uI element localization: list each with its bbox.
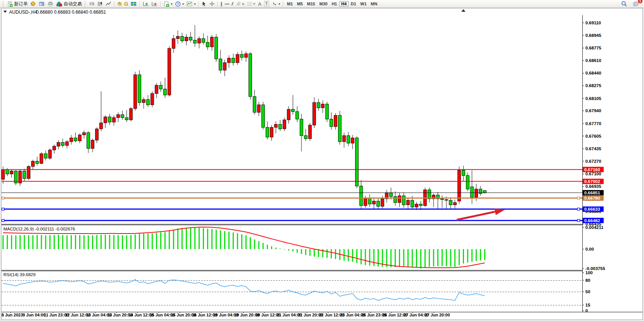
- timeframe-MN[interactable]: MN: [369, 1, 379, 6]
- line-chart-type-button[interactable]: [105, 0, 113, 8]
- arrows-tool[interactable]: ▾: [271, 0, 281, 8]
- toolbar-separator: [114, 1, 115, 7]
- rsi-tick-label: 80: [585, 278, 590, 283]
- arrows-icon: [272, 2, 277, 6]
- rsi-tick-label: 50: [585, 289, 590, 294]
- vertical-line-tool[interactable]: |: [220, 0, 223, 8]
- timeframe-M30[interactable]: M30: [317, 1, 329, 6]
- fibonacci-tool[interactable]: F: [246, 0, 257, 8]
- market-watch-button[interactable]: [29, 0, 37, 8]
- horizontal-line-icon: —: [225, 1, 229, 6]
- chevron-down-icon: ▾: [171, 2, 172, 6]
- price-badge-label: 0.66482: [584, 218, 600, 223]
- text-tool[interactable]: A: [257, 0, 263, 8]
- gold-icon: [30, 1, 36, 6]
- macd-tick-label: 0.004211: [585, 225, 604, 230]
- time-tick-label: 8 Jun 2023: [2, 313, 23, 317]
- hline-handle[interactable]: [2, 208, 4, 210]
- zoom-out-icon: -: [124, 2, 128, 6]
- periodicity-button[interactable]: ▾: [174, 0, 185, 8]
- cursor-icon: [202, 1, 207, 6]
- autotrading-icon: [56, 1, 62, 7]
- chart-canvas[interactable]: 0.691100.689450.687750.686100.684400.682…: [0, 0, 644, 321]
- tile-windows-button[interactable]: [129, 0, 138, 8]
- hline-handle[interactable]: [2, 219, 4, 222]
- indicators-icon: [187, 1, 193, 6]
- price-badge-label: 0.66851: [584, 191, 600, 195]
- fibonacci-suffix: F: [253, 2, 255, 6]
- notifications-button[interactable]: 1: [631, 0, 640, 8]
- horizontal-line-tool[interactable]: —: [223, 0, 230, 8]
- crosshair-icon: [209, 1, 215, 6]
- candlestick-type-icon: [97, 1, 103, 6]
- toolbar-grip: [84, 1, 86, 7]
- cursor-tool-button[interactable]: [201, 0, 208, 8]
- price-badge-label: 0.66780: [584, 196, 600, 200]
- auto-scroll-button[interactable]: [142, 0, 150, 8]
- terminal-icon: [39, 1, 45, 6]
- price-tick-label: 0.66935: [585, 184, 601, 189]
- new-order-button[interactable]: 新订单: [6, 0, 29, 8]
- terminal-button[interactable]: [38, 0, 46, 8]
- timeframe-W1[interactable]: W1: [359, 1, 369, 6]
- chart-shift-icon: [151, 1, 158, 6]
- timeframe-D1[interactable]: D1: [349, 1, 358, 6]
- price-badge-label: 0.67002: [584, 179, 600, 184]
- timeframe-H4[interactable]: H4: [339, 1, 348, 6]
- bar-chart-type-icon: [89, 1, 95, 6]
- timeframe-M15[interactable]: M15: [305, 1, 317, 6]
- channel-suffix: E: [242, 2, 244, 6]
- price-tick-label: 0.68945: [585, 33, 601, 38]
- timeframe-H1[interactable]: H1: [330, 1, 339, 6]
- clock-icon: [175, 1, 181, 7]
- price-tick-label: 0.68275: [585, 83, 601, 88]
- price-tick-label: 0.67270: [585, 159, 601, 164]
- chevron-down-icon: ▾: [194, 2, 196, 6]
- crosshair-tool-button[interactable]: [208, 0, 216, 8]
- price-tick-label: 0.68105: [585, 96, 601, 101]
- indicators-button[interactable]: ▾: [185, 0, 197, 8]
- zoom-in-icon: +: [118, 2, 121, 6]
- new-order-icon: [7, 1, 13, 7]
- trendline-tool[interactable]: /: [231, 0, 234, 8]
- hline-handle[interactable]: [577, 197, 580, 199]
- bar-chart-type-button[interactable]: [88, 0, 96, 8]
- rsi-label: RSI(14) 39.6829: [3, 272, 35, 277]
- search-button[interactable]: [620, 0, 628, 8]
- hline-handle[interactable]: [577, 219, 580, 222]
- text-tool-icon: A: [258, 1, 261, 7]
- autotrading-label: 自动交易: [64, 1, 82, 7]
- chart-shift-button[interactable]: [150, 0, 159, 8]
- toolbar-separator: [139, 1, 140, 7]
- toolbar-grip: [3, 1, 5, 7]
- rsi-tick-label: 100: [585, 270, 593, 275]
- text-label-tool[interactable]: T: [263, 0, 270, 8]
- new-order-label: 新订单: [14, 1, 28, 7]
- price-tick-label: 0.68610: [585, 58, 601, 63]
- notification-badge: 1: [638, 0, 642, 3]
- timeframe-M5[interactable]: M5: [295, 1, 304, 6]
- autotrading-button[interactable]: 自动交易: [55, 0, 83, 8]
- chevron-down-icon: ▾: [182, 2, 184, 6]
- hline-handle[interactable]: [577, 208, 580, 210]
- zoom-in-button[interactable]: +: [116, 0, 123, 8]
- candlestick-type-button[interactable]: [96, 0, 104, 8]
- rsi-tick-label: 0: [585, 308, 588, 313]
- main-toolbar: 新订单 自动交易 + - ▾ ▾ ▾: [0, 0, 644, 8]
- line-chart-type-icon: [106, 1, 112, 6]
- timeframe-bar: M1M5M15M30H1H4D1W1MN: [285, 1, 379, 6]
- channel-icon: [236, 1, 241, 6]
- auto-scroll-icon: [143, 1, 149, 6]
- new-chart-button[interactable]: ▾: [163, 0, 174, 8]
- zoom-out-button[interactable]: -: [123, 0, 129, 8]
- tile-windows-icon: [131, 1, 137, 6]
- chart-title-symbol: AUDUSD-,H4: [9, 10, 37, 15]
- price-tick-label: 0.68775: [585, 46, 601, 50]
- timeframe-M1[interactable]: M1: [285, 1, 295, 6]
- channel-tool[interactable]: E: [235, 0, 245, 8]
- price-tick-label: 0.67940: [585, 108, 601, 113]
- price-tick-label: 0.67100: [585, 172, 601, 176]
- price-badge-label: 0.67160: [584, 167, 600, 172]
- hline-handle[interactable]: [2, 197, 4, 199]
- metaquotes-button[interactable]: [46, 0, 54, 8]
